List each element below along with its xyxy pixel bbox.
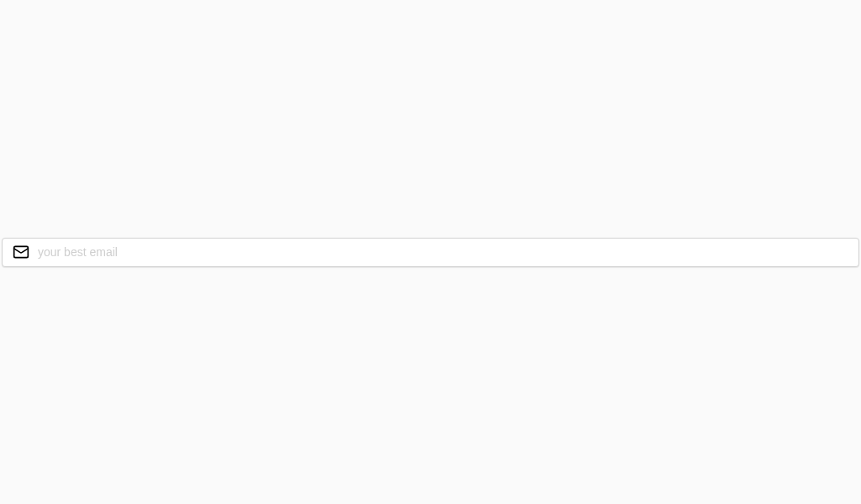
email-input-container[interactable] — [2, 238, 859, 267]
email-field[interactable] — [38, 245, 848, 259]
mail-icon — [13, 244, 29, 260]
svg-rect-0 — [14, 246, 29, 257]
